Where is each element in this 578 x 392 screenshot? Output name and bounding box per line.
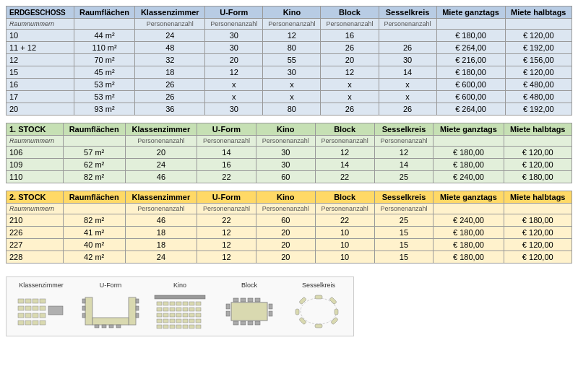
svg-rect-69 [248,298,253,302]
svg-rect-32 [163,302,168,305]
erdgeschoss-section: ERDGESCHOSS Raumflächen Klassenzimmer U-… [6,6,572,116]
svg-rect-7 [40,306,46,310]
svg-rect-31 [157,302,162,305]
table-row: 226 41 m² 18 12 20 10 15 € 180,00 € 120,… [7,227,572,239]
svg-rect-37 [196,302,201,305]
s1-col-flaeche: Raumflächen [63,123,125,136]
svg-rect-50 [189,313,194,317]
svg-rect-71 [233,321,238,325]
s1-title: 1. STOCK [7,123,64,136]
svg-rect-8 [18,313,24,318]
eg-subheader-sesselkreis: Personenanzahl [379,19,436,30]
legend-section: Klassenzimmer U [6,276,354,336]
svg-rect-56 [183,319,188,323]
svg-rect-3 [40,299,46,303]
s2-col-miete-halbtags: Miete halbtags [504,191,571,204]
stock2-table: 2. STOCK Raumflächen Klassenzimmer U-For… [6,191,572,263]
svg-rect-84 [315,324,322,328]
s2-col-uform: U-Form [197,191,256,204]
eg-subheader-flaeche [74,19,134,30]
svg-rect-59 [157,325,162,328]
svg-rect-61 [170,325,175,328]
svg-rect-24 [136,306,139,310]
svg-rect-22 [82,313,85,318]
s2-col-sesselkreis: Sesselkreis [374,191,434,204]
svg-rect-33 [170,302,175,305]
svg-rect-82 [335,309,338,315]
svg-rect-64 [189,325,194,328]
svg-rect-30 [155,295,205,299]
svg-rect-20 [82,299,85,303]
svg-rect-38 [157,308,162,311]
svg-rect-45 [157,313,162,317]
legend-kino-label: Kino [173,282,186,289]
s1-col-klassenzimmer: Klassenzimmer [125,123,197,136]
svg-rect-5 [25,306,31,310]
table-row: 11 + 12 110 m² 48 30 80 26 26 € 264,00 €… [7,42,572,54]
svg-rect-57 [189,319,194,323]
svg-rect-65 [196,325,201,328]
svg-rect-54 [170,319,175,323]
svg-rect-2 [33,299,38,303]
svg-rect-75 [226,304,230,309]
svg-rect-87 [299,297,307,305]
svg-rect-48 [176,313,181,317]
stock1-section: 1. STOCK Raumflächen Klassenzimmer U-For… [6,123,572,183]
svg-rect-51 [196,313,201,317]
s1-col-miete-ganztags: Miete ganztags [434,123,504,136]
eg-col-flaeche: Raumflächen [74,6,134,19]
svg-rect-19 [92,318,129,325]
svg-rect-25 [136,313,139,318]
svg-rect-68 [241,298,246,302]
s2-col-kino: Kino [256,191,315,204]
svg-rect-16 [48,306,63,315]
svg-rect-1 [25,299,31,303]
uform-diagram [82,292,139,331]
s2-col-block: Block [315,191,374,204]
svg-rect-81 [329,297,337,305]
erdgeschoss-table: ERDGESCHOSS Raumflächen Klassenzimmer U-… [6,6,572,116]
stock2-section: 2. STOCK Raumflächen Klassenzimmer U-For… [6,191,572,263]
svg-rect-85 [299,317,307,325]
svg-rect-26 [95,325,99,328]
svg-rect-41 [176,308,181,311]
table-row: 210 82 m² 46 22 60 22 25 € 240,00 € 180,… [7,214,572,227]
svg-rect-36 [189,302,194,305]
svg-rect-63 [183,325,188,328]
table-row: 20 93 m² 36 30 80 26 26 € 264,00 € 192,0… [7,103,572,116]
table-row: 15 45 m² 18 12 30 12 14 € 180,00 € 120,0… [7,66,572,79]
svg-rect-10 [33,313,38,318]
svg-rect-15 [40,321,46,325]
svg-rect-9 [25,313,31,318]
klassenzimmer-diagram [12,292,70,331]
legend-block: Block [220,282,278,331]
table-row: 110 82 m² 46 22 60 22 25 € 240,00 € 180,… [7,171,572,183]
svg-rect-55 [176,319,181,323]
svg-rect-49 [183,313,188,317]
svg-rect-18 [129,297,136,325]
svg-rect-13 [25,321,31,325]
s2-col-miete-ganztags: Miete ganztags [434,191,504,204]
svg-rect-53 [163,319,168,323]
svg-rect-70 [255,298,260,302]
table-row: 106 57 m² 20 14 30 12 12 € 180,00 € 120,… [7,147,572,159]
svg-rect-34 [176,302,181,305]
svg-rect-76 [226,311,230,316]
svg-rect-28 [109,325,113,328]
s1-col-sesselkreis: Sesselkreis [374,123,434,136]
svg-rect-27 [102,325,106,328]
svg-rect-11 [40,313,46,318]
stock1-table: 1. STOCK Raumflächen Klassenzimmer U-For… [6,123,572,183]
svg-rect-4 [18,306,24,310]
svg-rect-21 [82,306,85,310]
svg-rect-67 [233,298,238,302]
eg-subheader-miete-h [505,19,571,30]
block-diagram [220,292,278,331]
svg-rect-43 [189,308,194,311]
svg-rect-35 [183,302,188,305]
s1-col-miete-halbtags: Miete halbtags [504,123,571,136]
s2-subheader-raumnummern: Raumnummern [7,204,64,214]
svg-rect-86 [296,309,299,315]
table-row: 10 44 m² 24 30 12 16 € 180,00 € 120,00 [7,30,572,42]
table-row: 17 53 m² 26 x x x x € 600,00 € 480,00 [7,91,572,103]
